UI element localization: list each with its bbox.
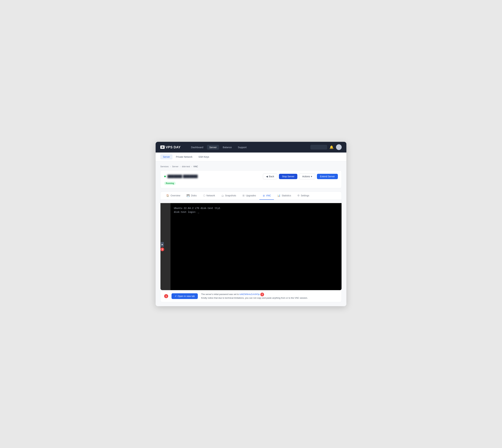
server-name-area: ███████ ███████: [164, 175, 198, 178]
status-badge: Running: [164, 182, 176, 185]
tab-disks[interactable]: 💾 Disks: [184, 192, 200, 200]
tab-overview[interactable]: 🏠 Overview: [163, 192, 183, 200]
open-tab-label: Open in new tab: [178, 295, 195, 298]
tab-overview-label: Overview: [171, 194, 180, 197]
logo-day: DAY: [174, 145, 181, 149]
breadcrumb-services[interactable]: Services: [160, 165, 169, 168]
subnav-ssh-keys[interactable]: SSH Keys: [196, 154, 212, 159]
vnc-line2: disk-test login: _: [174, 210, 338, 214]
stop-server-button[interactable]: Stop Server: [279, 174, 297, 179]
badge-2: 2: [260, 293, 264, 296]
tab-network[interactable]: ⬡ Network: [200, 192, 218, 200]
password-value[interactable]: toMZW9nIoZcHJK5p: [239, 293, 260, 296]
tab-vnc[interactable]: 🖥 VNC: [259, 192, 274, 200]
tab-disks-label: Disks: [191, 194, 197, 197]
server-name: ███████ ███████: [168, 175, 198, 178]
snapshots-icon: 🗂: [221, 194, 224, 197]
status-dot: [164, 176, 166, 177]
statistics-icon: 📊: [277, 194, 281, 197]
breadcrumb-server[interactable]: Server: [172, 165, 178, 168]
breadcrumb-vnc: VNC: [193, 165, 198, 168]
back-icon: ◀: [266, 175, 268, 178]
nav-support[interactable]: Support: [235, 145, 249, 150]
external-link-icon: ↗: [174, 295, 176, 298]
copy-paste-note: Kindly notice that due to technical limi…: [201, 297, 308, 299]
upgrades-icon: ⊞: [242, 194, 245, 197]
nav-right: 🔔: [310, 144, 342, 150]
vnc-sidebar-badge: 3: [160, 248, 164, 251]
vnc-screen[interactable]: Ubuntu 22.04.2 LTS disk-test tty1 disk-t…: [171, 203, 342, 290]
content-area: Services › Server › disk-test › VNC ████…: [156, 161, 346, 306]
tab-settings[interactable]: ⚙ Settings: [294, 192, 312, 200]
server-title-row: ███████ ███████ ◀ Back Stop Server Actio…: [164, 174, 338, 179]
header-actions: ◀ Back Stop Server Actions ▾ Extend Serv…: [263, 174, 338, 179]
subnav-private-network[interactable]: Private Network: [173, 154, 195, 159]
logo: ⊞ VPS DAY: [160, 145, 181, 149]
chevron-down-icon: ▾: [311, 175, 312, 178]
logo-icon: ⊞: [160, 145, 165, 149]
bottom-bar: 1 ↗ Open in new tab The server's initial…: [160, 290, 342, 302]
breadcrumb-sep-1: ›: [170, 165, 171, 168]
sub-navigation: Server Private Network SSH Keys: [156, 153, 346, 161]
top-navigation: ⊞ VPS DAY Dashboard Server Balance Suppo…: [156, 142, 346, 153]
logo-text: VPS: [166, 145, 173, 149]
tabs: 🏠 Overview 💾 Disks ⬡ Network 🗂 Snapshots…: [160, 192, 342, 200]
breadcrumb-sep-3: ›: [191, 165, 192, 168]
home-icon: 🏠: [166, 194, 169, 197]
nav-dashboard[interactable]: Dashboard: [188, 145, 205, 150]
vnc-line1: Ubuntu 22.04.2 LTS disk-test tty1: [174, 207, 338, 210]
tab-statistics-label: Statistics: [282, 194, 291, 197]
nav-balance[interactable]: Balance: [220, 145, 234, 150]
info-prefix: The server's initial password was set to: [201, 293, 239, 296]
settings-icon: ⚙: [297, 194, 299, 197]
tab-upgrades-label: Upgrades: [246, 194, 256, 197]
bottom-info-text: The server's initial password was set to…: [201, 293, 308, 300]
main-window: ⊞ VPS DAY Dashboard Server Balance Suppo…: [156, 142, 346, 306]
nav-links: Dashboard Server Balance Support: [188, 145, 305, 150]
vnc-panel: 🏠 Overview 💾 Disks ⬡ Network 🗂 Snapshots…: [160, 192, 342, 302]
extend-server-button[interactable]: Extend Server: [317, 174, 338, 179]
nav-server[interactable]: Server: [207, 145, 219, 150]
actions-button[interactable]: Actions ▾: [299, 174, 315, 179]
vnc-container: ▶ 3 Ubuntu 22.04.2 LTS disk-test tty1 di…: [160, 203, 342, 290]
avatar[interactable]: [336, 144, 342, 150]
vnc-sidebar-handle[interactable]: ▶: [161, 242, 164, 247]
badge-1: 1: [164, 294, 168, 298]
open-in-new-tab-button[interactable]: ↗ Open in new tab: [172, 293, 198, 299]
search-input[interactable]: [310, 145, 327, 149]
breadcrumb-sep-2: ›: [180, 165, 181, 168]
breadcrumb: Services › Server › disk-test › VNC: [160, 165, 342, 168]
vnc-icon: 🖥: [262, 194, 265, 197]
back-button[interactable]: ◀ Back: [263, 174, 277, 179]
subnav-server[interactable]: Server: [160, 154, 173, 159]
disks-icon: 💾: [187, 194, 190, 197]
actions-label: Actions: [302, 175, 310, 178]
notification-bell-icon[interactable]: 🔔: [329, 145, 334, 149]
tab-vnc-label: VNC: [266, 194, 271, 197]
breadcrumb-disk-test[interactable]: disk-test: [182, 165, 190, 168]
network-icon: ⬡: [203, 194, 205, 197]
tab-snapshots-label: Snapshots: [225, 194, 236, 197]
back-label: Back: [269, 175, 274, 178]
tab-settings-label: Settings: [301, 194, 309, 197]
tab-network-label: Network: [206, 194, 215, 197]
tab-upgrades[interactable]: ⊞ Upgrades: [239, 192, 259, 200]
server-header: ███████ ███████ ◀ Back Stop Server Actio…: [160, 170, 342, 188]
vnc-sidebar: ▶ 3: [160, 242, 164, 251]
tab-snapshots[interactable]: 🗂 Snapshots: [218, 192, 239, 200]
tab-statistics[interactable]: 📊 Statistics: [274, 192, 294, 200]
